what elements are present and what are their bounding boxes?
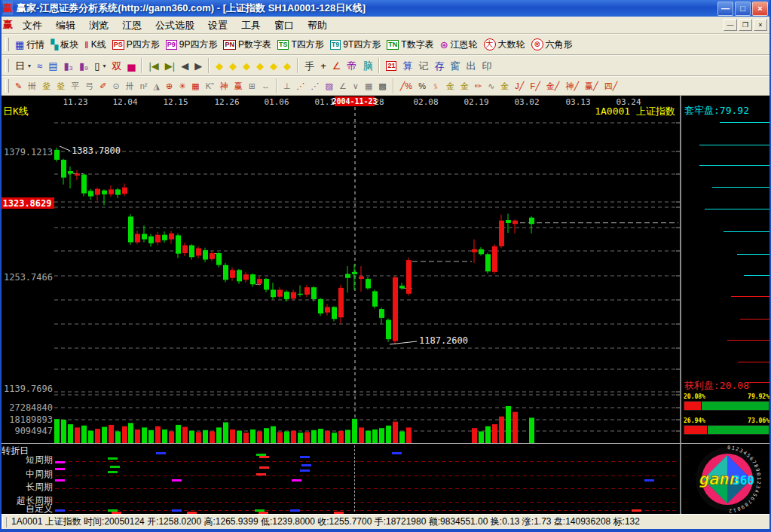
tool-f-line[interactable]: F╱ [527,80,543,93]
print-button[interactable]: 印 [479,60,494,72]
tool-gold-c[interactable]: 金 [497,80,512,93]
tool-ying[interactable]: 赢 [231,80,246,93]
tool-grid-30[interactable]: 卅 [123,80,137,93]
toolbar-grip[interactable] [5,59,9,72]
tool-pen-2[interactable]: ✐ [96,80,109,93]
histogram-button[interactable]: ▅ [124,60,138,72]
toolbar-grip[interactable] [5,79,9,93]
p-number-table-button[interactable]: PNP数字表 [220,38,274,52]
maximize-button[interactable]: □ [735,2,751,16]
9p-square-button[interactable]: P99P四方形 [163,38,221,52]
gann-diamond-4-button[interactable]: ◆ [253,60,267,72]
calendar-button[interactable]: 21 [383,60,399,72]
menu-formula-picker[interactable]: 公式选股 [148,18,201,32]
last-bar-button[interactable]: ▶| [162,60,178,72]
tool-gold-b[interactable]: 金 [457,80,472,93]
brain-tool-button[interactable]: 脑 [359,60,375,72]
menu-file[interactable]: 文件 [16,18,49,32]
candle-style-button[interactable]: ▯▾ [91,60,109,72]
tool-comb[interactable]: 卌 [25,80,39,93]
tool-pen[interactable]: ✎ [12,80,25,93]
gann-diamond-5-button[interactable]: ◆ [267,60,280,72]
tool-pencil-red[interactable]: ✏ [472,80,485,93]
mdi-restore-button[interactable]: ❐ [739,19,752,31]
tool-ying-line[interactable]: 赢╱ [582,80,601,93]
pan-hand-button[interactable]: 手 [301,60,317,72]
emperor-tool-button[interactable]: 帝 [344,60,359,72]
hexagon-button[interactable]: ⊗六角形 [528,38,576,52]
tool-angle-sail[interactable]: ◮ [150,80,162,93]
menu-gann[interactable]: 江恩 [115,18,148,32]
tool-fan-red[interactable]: ⋰ [294,80,308,93]
curve-button[interactable]: ≈ [34,60,45,72]
mdi-minimize-button[interactable]: — [724,19,737,31]
t-number-table-button[interactable]: TNT数字表 [384,38,436,52]
tool-percent-slash[interactable]: ╱% [397,80,415,93]
prev-bar-button[interactable]: ◀ [178,60,191,72]
dual-view-button[interactable]: 双 [109,60,124,72]
menu-view[interactable]: 浏览 [82,18,115,32]
tool-web-purple[interactable]: ▨ [323,80,336,93]
bars-9-button[interactable]: ▮₉ [76,60,91,72]
info-list-button[interactable]: ▤ [45,60,60,72]
crosshair-button[interactable]: + [317,60,329,72]
big-number-wheel-button[interactable]: 大大数轮 [481,38,528,52]
tool-width-arrow[interactable]: ↔ [259,80,273,93]
tool-k-quote[interactable]: K” [203,80,217,93]
menu-tools[interactable]: 工具 [234,18,268,32]
cycle-rows-area[interactable]: 转折日短周期中周期长周期超长周期自定义 [0,444,680,514]
tool-star-web[interactable]: ✳ [176,80,188,93]
minimize-button[interactable]: — [717,2,733,16]
tool-shen-line[interactable]: 神╱ [562,80,582,93]
tool-si-line[interactable]: 四╱ [601,80,621,93]
export-button[interactable]: 出 [463,60,479,72]
tool-gold-gate-1[interactable]: 釜 [39,80,54,93]
tool-bow[interactable]: 弓 [82,80,96,93]
period-select-button[interactable]: 日▾ [12,60,34,72]
tool-gold-line[interactable]: 金╱ [543,80,563,93]
save-button[interactable]: 存 [431,60,447,72]
9t-square-button[interactable]: T99T四方形 [327,38,384,52]
gann-diamond-6-button[interactable]: ◆ [280,60,294,72]
next-bar-button[interactable]: ▶ [191,60,205,72]
quotes-button[interactable]: ▦行情 [12,38,47,52]
tool-shen[interactable]: 神 [217,80,231,93]
menu-settings[interactable]: 设置 [201,18,234,32]
tool-gold-gate-2[interactable]: 釜 [54,80,68,93]
windows-button[interactable]: 窗 [447,60,463,72]
tool-percent-red[interactable]: ﹪ [429,80,443,93]
tool-grid-a[interactable]: ▦ [362,80,375,93]
tool-gold-a[interactable]: 金 [443,80,457,93]
tool-level[interactable]: 平 [68,80,82,93]
bars-3-button[interactable]: ▮₃ [60,60,75,72]
tool-target[interactable]: ⊕ [163,80,176,93]
tool-wave[interactable]: ∿ [485,80,497,93]
tool-circle-dot[interactable]: ⊙ [109,80,122,93]
mdi-close-button[interactable]: × [754,19,767,31]
title-bar[interactable]: 赢 赢家-江恩证券分析系统(http://gann360.com) - [上证指… [0,0,771,17]
close-button[interactable]: × [752,2,768,16]
tool-vee[interactable]: ∨ [350,80,362,93]
kline-button[interactable]: ‖K线 [81,38,109,52]
tool-number-grid[interactable]: ⊞ [246,80,259,93]
tool-fan-purple[interactable]: ⋰ [308,80,323,93]
gann-diamond-2-button[interactable]: ◆ [226,60,240,72]
t-square-button[interactable]: TST四方形 [274,38,327,52]
gann-diamond-1-button[interactable]: ◆ [213,60,226,72]
notes-button[interactable]: 记 [415,60,431,72]
menu-help[interactable]: 帮助 [301,18,334,32]
tool-percent[interactable]: % [415,80,429,93]
kline-chart-canvas[interactable]: 11.2312.0412.1512.2601.0601.172802.0802.… [0,96,680,443]
tool-t-shape[interactable]: ⊥ [280,80,294,93]
gann-wheel-button[interactable]: ⊛江恩轮 [437,38,481,52]
toolbar-grip[interactable] [5,38,9,51]
tool-n-square[interactable]: n² [137,80,151,93]
tool-red-grid[interactable]: ▦ [188,80,202,93]
tool-j-line[interactable]: J╱ [512,80,527,93]
menu-window[interactable]: 窗口 [268,18,301,32]
first-bar-button[interactable]: |◀ [145,60,161,72]
gann-diamond-3-button[interactable]: ◆ [240,60,253,72]
menu-edit[interactable]: 编辑 [49,18,82,32]
calculator-button[interactable]: 算 [399,60,415,72]
tool-angle-2[interactable]: ∠ [336,80,350,93]
